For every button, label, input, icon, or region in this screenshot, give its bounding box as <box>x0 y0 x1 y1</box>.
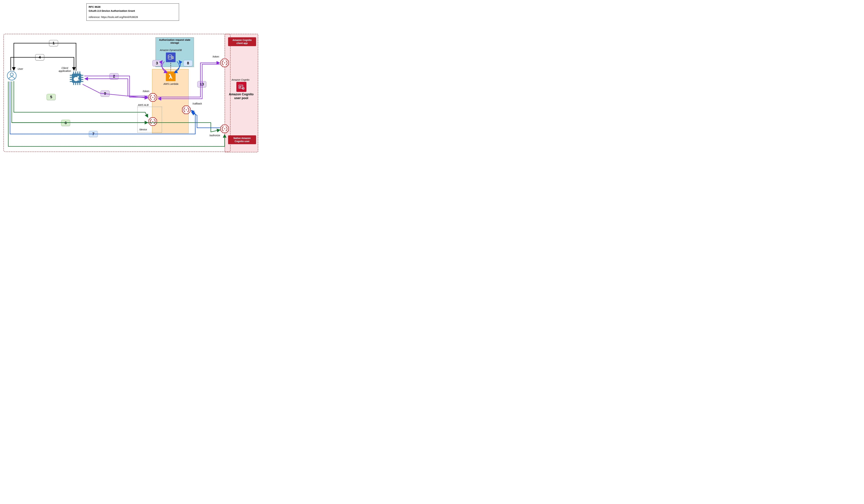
step-4: 4 <box>35 54 44 60</box>
title-reference: reference: https://tools.ietf.org/html/r… <box>89 15 177 19</box>
step-1: 1 <box>49 40 58 46</box>
endpoint-token-cognito <box>220 58 229 67</box>
cognito-pool-label: Amazon Cognito user pool <box>227 93 255 100</box>
cognito-user-badge: Native Amazon Cognito user <box>228 135 256 144</box>
svg-point-6 <box>7 71 16 80</box>
step-7: 7 <box>89 131 98 137</box>
title-box: RFC 8628 OAuth 2.0 Device Authorization … <box>86 3 179 21</box>
endpoint-token-cognito-label: /token <box>213 55 219 58</box>
step-10: 10 <box>197 81 206 87</box>
step-2: 2 <box>110 73 119 79</box>
step-8: 8 <box>183 60 192 66</box>
cognito-icon <box>236 82 247 92</box>
step-3: 3 <box>153 60 161 66</box>
endpoint-token-lambda <box>148 93 157 102</box>
client-app-icon <box>69 71 84 86</box>
svg-rect-27 <box>78 80 80 81</box>
title-grant: OAuth 2.0 Device Authorization Grant <box>89 9 177 13</box>
svg-point-29 <box>240 86 241 87</box>
diagram-canvas: RFC 8628 OAuth 2.0 Device Authorization … <box>3 3 263 156</box>
dynamodb-label: Amazon DynamoDB <box>160 49 182 51</box>
endpoint-token-lambda-label: /token <box>143 90 149 93</box>
lambda-label: AWS Lambda <box>164 83 178 85</box>
step-5: 5 <box>47 94 56 100</box>
svg-rect-26 <box>77 76 79 78</box>
solution-boundary <box>3 34 230 152</box>
step-9: 9 <box>100 90 110 97</box>
cognito-client-badge: Amazon Cognito client app <box>228 37 256 46</box>
alb-label: AWS ALB <box>138 103 148 106</box>
endpoint-callback <box>182 105 191 114</box>
lambda-icon <box>166 72 176 81</box>
cognito-label: Amazon Cognito <box>231 78 250 81</box>
endpoint-authorize <box>220 124 229 133</box>
storage-header: Authorization request state storage <box>156 37 194 45</box>
endpoint-authorize-label: /authorize <box>209 134 220 137</box>
endpoint-callback-label: /callback <box>192 102 202 105</box>
title-rfc: RFC 8628 <box>89 5 177 9</box>
svg-point-0 <box>168 55 172 57</box>
step-6: 6 <box>61 120 70 126</box>
endpoint-device-label: /device <box>139 128 147 131</box>
user-label: User <box>17 67 23 70</box>
user-icon <box>7 71 16 81</box>
endpoint-device <box>148 117 157 126</box>
dynamodb-icon <box>166 52 176 62</box>
svg-point-7 <box>10 73 13 76</box>
